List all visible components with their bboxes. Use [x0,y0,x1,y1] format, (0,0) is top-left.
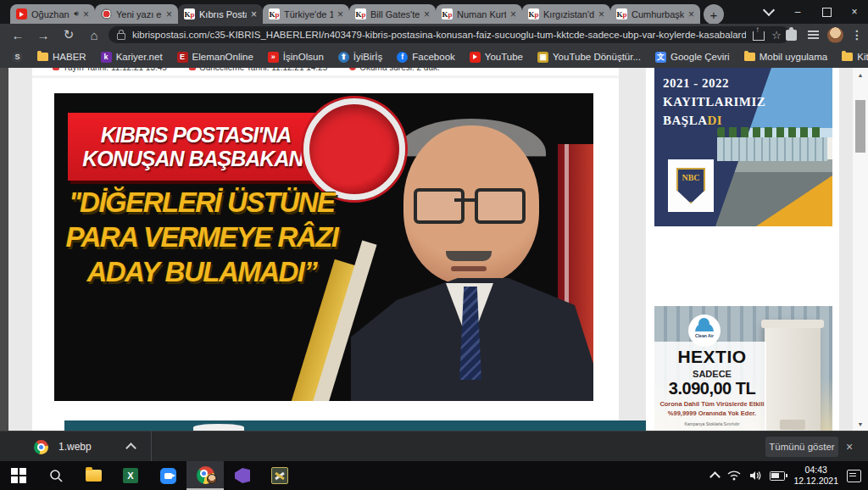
forward-icon[interactable]: → [34,25,53,44]
scrollbar-up-arrow[interactable]: ▲ [853,68,868,81]
wifi-icon[interactable] [727,471,741,481]
tab-yeni-yazi[interactable]: Yeni yazı ekle × [95,4,178,24]
tab-audio-icon[interactable]: 🔊︎ [74,9,79,19]
dev-tools-button[interactable] [261,461,298,490]
bookmark-google-ceviri[interactable]: 文Google Çeviri [655,52,730,63]
tab-close-icon[interactable]: × [688,9,694,19]
bookmark-apps[interactable]: S [12,52,23,63]
bookmark-yt-donustur[interactable]: ▣YouTube Dönüştür... [537,52,641,63]
tab-close-icon[interactable]: × [424,9,430,19]
banner-line-2: KONUŞAN BAŞBAKAN: [82,147,309,170]
url-text[interactable]: kibrispostasi.com/c35-KIBRIS_HABERLERI/n… [132,30,746,40]
page-scrollbar[interactable]: ▲ ▼ [853,68,868,431]
tab-numan[interactable]: Kp Numan Kurtu × [436,4,522,24]
reading-time: Okuma süresi: 2 dak. [349,68,439,73]
youtube-favicon [470,52,481,63]
visual-studio-icon [235,468,250,483]
apps-icon: S [12,52,23,63]
tab-kibris-postasi-active[interactable]: Kp Kıbrıs Postası × [178,4,263,24]
tab-title: Kıbrıs Postası [199,9,247,19]
menu-icon[interactable]: ⋮ [848,25,866,44]
reload-icon[interactable]: ↻ [59,25,78,44]
nbc-line-1: 2021 - 2022 [663,75,765,93]
tab-close-icon[interactable]: × [166,9,172,19]
system-tray: 04:43 12.12.2021 [711,465,868,487]
speaker-icon[interactable] [749,471,761,481]
tray-clock[interactable]: 04:43 12.12.2021 [793,465,838,487]
show-all-downloads-button[interactable]: Tümünü göster [765,437,838,457]
bookmark-folder-kitap[interactable]: Kitap [842,52,868,62]
tab-close-icon[interactable]: × [598,9,604,19]
article-hero-image: KIBRIS POSTASI'NA KONUŞAN BAŞBAKAN: ''Dİ… [54,93,593,401]
building-glass [717,137,827,161]
bookmark-iyibiris[interactable]: ⬆İyiBirİş [338,52,383,63]
back-icon[interactable]: ← [8,25,27,44]
tab-title: Cumhurbaşka [632,9,684,19]
downloads-close-icon[interactable]: × [846,440,853,454]
tab-close-icon[interactable]: × [251,9,257,19]
screen: Oğuzhan 🔊︎ × Yeni yazı ekle × Kp Kıbrıs … [0,0,868,490]
download-item[interactable]: 1.webp [34,432,135,462]
scrollbar-thumb[interactable] [855,100,865,153]
lock-icon[interactable] [117,33,125,40]
tab-oguzhan[interactable]: Oğuzhan 🔊︎ × [10,4,95,24]
zoom-button[interactable] [149,461,186,490]
hextio-ad[interactable]: Clean Air HEXTIO SADECE 3.090,00 TL Coro… [654,306,832,431]
page-edge-strip [0,68,8,431]
download-filename[interactable]: 1.webp [58,441,92,453]
battery-icon[interactable] [770,471,785,481]
tab-close-icon[interactable]: × [337,9,343,19]
bookmark-facebook[interactable]: fFacebook [397,52,455,63]
banner-line-1: KIBRIS POSTASI'NA [101,123,292,147]
address-bar[interactable]: kibrispostasi.com/c35-KIBRIS_HABERLERI/n… [108,26,790,43]
tab-kirgizistan[interactable]: Kp Kırgızistan'da × [522,4,610,24]
chrome-button-active[interactable] [186,461,224,490]
search-button[interactable] [37,461,75,490]
maximize-button[interactable] [812,0,841,24]
nbc-shield-logo: NBC [676,168,705,203]
bookmark-isinolsun[interactable]: »İşinOlsun [268,52,324,63]
windows-logo-icon [11,468,26,483]
tab-turkiye[interactable]: Kp Türkiye'de 19 × [263,4,349,24]
tab-bill-gates[interactable]: Kp Bill Gates'ten × [349,4,436,24]
bookmark-star-icon[interactable]: ☆ [771,29,782,42]
excel-button[interactable]: X [112,461,149,490]
chrome-profile-badge [207,474,217,484]
bookmark-folder-mobil[interactable]: Mobil uygulama [744,52,828,62]
webp-file-icon [34,440,48,454]
mustache [446,251,492,261]
visual-studio-button[interactable] [224,461,261,490]
window-close-button[interactable]: × [841,0,868,24]
home-icon[interactable]: ⌂ [85,25,103,44]
extensions-icon[interactable] [782,25,800,44]
eleman-favicon: E [177,52,188,63]
tab-title: Oğuzhan [31,9,70,19]
download-menu-chevron-icon[interactable] [125,443,136,454]
nbc-line-3: BAŞLADI [663,112,765,131]
quote-line-2: PARA VERMEYE RÂZI [65,223,337,253]
updated-date: Güncelleme Tarihi: 11.12.21 14:25 [189,68,327,73]
minimize-button[interactable]: – [783,0,812,24]
profile-avatar[interactable] [826,25,844,44]
kp-favicon: Kp [355,8,366,19]
scrollbar-down-arrow[interactable]: ▼ [853,417,868,431]
tab-search-chevron[interactable] [754,0,783,24]
media-list-icon[interactable] [804,25,822,44]
bookmark-elemanonline[interactable]: EElemanOnline [177,52,253,63]
hidden-icons-chevron[interactable] [710,471,721,482]
bookmark-kariyer[interactable]: kKariyer.net [101,52,163,63]
tab-cumhurbaskani[interactable]: Kp Cumhurbaşka × [610,4,700,24]
page-viewport: Yayın Tarihi: 11.12.21 13:45 Güncelleme … [0,68,868,431]
calendar-icon [189,68,196,70]
file-explorer-button[interactable] [75,461,112,490]
action-center-icon[interactable] [847,470,861,482]
new-tab-button[interactable]: + [704,4,724,25]
share-icon[interactable] [753,31,765,41]
start-button[interactable] [0,461,37,490]
hextio-brand: HEXTIO [661,347,763,367]
bookmark-folder-haber[interactable]: HABER [37,52,86,62]
tab-close-icon[interactable]: × [83,9,89,19]
nbc-school-ad[interactable]: 2021 - 2022 KAYITLARIMIZ BAŞLADI NBC [654,68,832,226]
tab-close-icon[interactable]: × [510,9,516,19]
bookmark-youtube[interactable]: YouTube [470,52,523,63]
